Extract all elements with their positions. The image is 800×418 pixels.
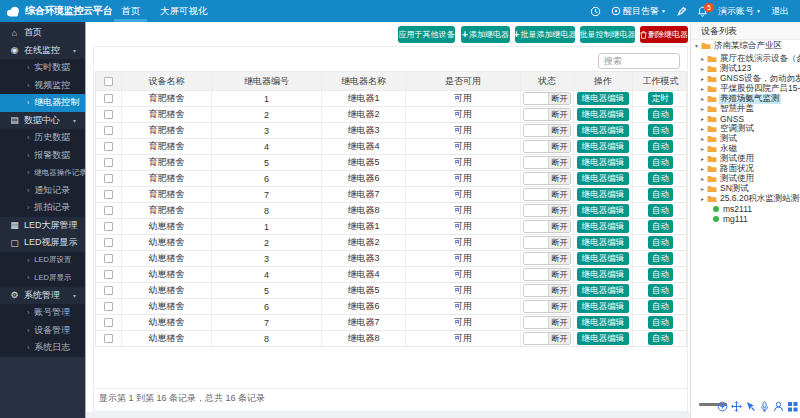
work-mode-button[interactable]: 自动 [648,300,673,313]
relay-edit-button[interactable]: 继电器编辑 [577,220,630,233]
work-mode-button[interactable]: 自动 [648,268,673,281]
work-mode-button[interactable]: 自动 [648,204,673,217]
status-toggle[interactable]: 断开 [523,252,571,265]
row-checkbox[interactable] [104,254,113,263]
status-toggle[interactable]: 断开 [523,92,571,105]
row-checkbox[interactable] [104,222,113,231]
work-mode-button[interactable]: 自动 [648,172,673,185]
sidebar-item[interactable]: ›通知记录 [0,182,85,200]
work-mode-button[interactable]: 自动 [648,124,673,137]
status-toggle[interactable]: 断开 [523,300,571,313]
tree-node[interactable]: ▸SN测试 [691,184,800,194]
sidebar-item[interactable]: ›继电器操作记录 [0,164,85,182]
status-toggle[interactable]: 断开 [523,140,571,153]
tree-node[interactable]: ▸空调测试 [691,124,800,134]
toolbar-button[interactable]: +批量添加继电器 [515,26,575,43]
status-toggle[interactable]: 断开 [523,108,571,121]
sidebar-item[interactable]: ⚙系统管理▾ [0,287,85,305]
tree-node[interactable]: ▸测试使用 [691,174,800,184]
sidebar-item[interactable]: ›实时数据 [0,59,85,77]
relay-edit-button[interactable]: 继电器编辑 [577,156,630,169]
row-checkbox[interactable] [104,158,113,167]
status-toggle[interactable]: 断开 [523,188,571,201]
status-toggle[interactable]: 断开 [523,124,571,137]
microphone-icon[interactable] [759,401,770,412]
work-mode-button[interactable]: 自动 [648,220,673,233]
tree-node[interactable]: mg111 [691,214,800,224]
sidebar-item[interactable]: ›账号管理 [0,304,85,322]
work-mode-button[interactable]: 自动 [648,284,673,297]
tree-node[interactable]: ▸GNSS设备，勿动勿发 [691,74,800,84]
relay-edit-button[interactable]: 继电器编辑 [577,268,630,281]
row-checkbox[interactable] [104,126,113,135]
tree-node[interactable]: ▸25.6.20积水监测站测试 [691,194,800,204]
tree-node[interactable]: ▸平煤股份四院产吕15-31010 [691,84,800,94]
tree-node[interactable]: ▸路面状况 [691,164,800,174]
refresh-clock-icon[interactable] [590,6,601,17]
toolbar-button[interactable]: 删除继电器 [640,26,688,43]
account-menu[interactable]: 演示账号 ▼ [718,5,761,18]
status-toggle[interactable]: 断开 [523,316,571,329]
work-mode-button[interactable]: 自动 [648,140,673,153]
work-mode-button[interactable]: 自动 [648,332,673,345]
mute-pencil-icon[interactable] [676,6,687,17]
tab-bigscreen[interactable]: 大屏可视化 [150,0,218,22]
relay-edit-button[interactable]: 继电器编辑 [577,108,630,121]
row-checkbox[interactable] [104,318,113,327]
relay-edit-button[interactable]: 继电器编辑 [577,316,630,329]
sidebar-item[interactable]: ›视频监控 [0,77,85,95]
row-checkbox[interactable] [104,206,113,215]
tree-node[interactable]: ▸展厅在线演示设备（勿动） [691,54,800,64]
sidebar-item[interactable]: ›LED屏显示 [0,269,85,287]
work-mode-button[interactable]: 自动 [648,252,673,265]
relay-edit-button[interactable]: 继电器编辑 [577,124,630,137]
sidebar-item[interactable]: ›继电器控制 [0,94,85,112]
sidebar-item[interactable]: ›历史数据 [0,129,85,147]
row-checkbox[interactable] [104,286,113,295]
work-mode-button[interactable]: 自动 [648,316,673,329]
notifications-bell[interactable]: 5 [697,6,708,17]
alarm-menu[interactable]: 醒目告警 ▼ [611,5,666,18]
sidebar-item[interactable]: ⌂首页 [0,24,85,42]
relay-edit-button[interactable]: 继电器编辑 [577,172,630,185]
tab-home[interactable]: 首页 [111,0,150,22]
sidebar-item[interactable]: ›抓拍记录 [0,199,85,217]
sidebar-item[interactable]: ›系统日志 [0,339,85,357]
work-mode-button[interactable]: 自动 [648,108,673,121]
tree-node[interactable]: ▸永磁 [691,144,800,154]
toolbar-button[interactable]: 批量控制继电器 [580,26,635,43]
relay-edit-button[interactable]: 继电器编辑 [577,92,630,105]
search-input[interactable] [598,53,680,69]
row-checkbox[interactable] [104,94,113,103]
row-checkbox[interactable] [104,142,113,151]
work-mode-button[interactable]: 自动 [648,156,673,169]
sidebar-item[interactable]: ›报警数据 [0,147,85,165]
status-toggle[interactable]: 断开 [523,156,571,169]
relay-edit-button[interactable]: 继电器编辑 [577,140,630,153]
cursor-icon[interactable] [745,401,756,412]
toolbar-button[interactable]: 应用于其他设备 [398,26,455,43]
status-toggle[interactable]: 断开 [523,172,571,185]
tree-node[interactable]: ▸测试123 [691,64,800,74]
status-toggle[interactable]: 断开 [523,236,571,249]
status-toggle[interactable]: 断开 [523,220,571,233]
sidebar-item[interactable]: ›设备管理 [0,322,85,340]
row-checkbox[interactable] [104,334,113,343]
logout-button[interactable]: 退出 [771,5,789,18]
status-toggle[interactable]: 断开 [523,268,571,281]
tree-node[interactable]: ▸养殖场氨气监测 [691,94,800,104]
chat-circle-icon[interactable] [717,401,728,412]
status-toggle[interactable]: 断开 [523,284,571,297]
relay-edit-button[interactable]: 继电器编辑 [577,188,630,201]
sidebar-item[interactable]: ▦LED大屏管理 [0,217,85,235]
status-toggle[interactable]: 断开 [523,332,571,345]
relay-edit-button[interactable]: 继电器编辑 [577,236,630,249]
move-icon[interactable] [731,401,742,412]
relay-edit-button[interactable]: 继电器编辑 [577,204,630,217]
sidebar-item[interactable]: ▤数据中心▾ [0,112,85,130]
sidebar-item[interactable]: ◉在线监控▾ [0,42,85,60]
relay-edit-button[interactable]: 继电器编辑 [577,332,630,345]
row-checkbox[interactable] [104,190,113,199]
row-checkbox[interactable] [104,174,113,183]
tree-node[interactable]: ▸测试 [691,134,800,144]
